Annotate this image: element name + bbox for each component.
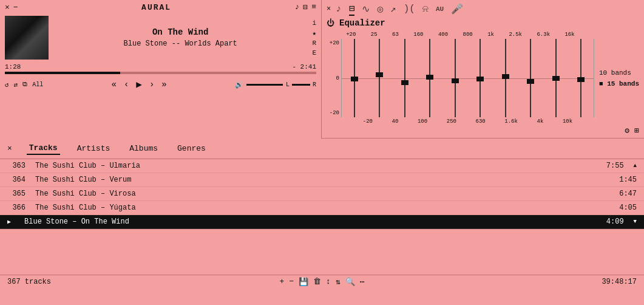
move-up-down-button[interactable]: ↕	[326, 277, 331, 287]
track-count: 367 tracks	[7, 278, 51, 286]
eq-title: Equalizer	[339, 18, 385, 28]
tab-filter[interactable]: ⍾	[422, 4, 429, 15]
bands-15-option[interactable]: ■ 15 bands	[599, 80, 639, 87]
balance-slider[interactable]	[292, 84, 310, 86]
r-icon[interactable]: R	[312, 39, 316, 47]
tab-wave[interactable]: ∿	[362, 3, 370, 15]
track-name: The Sushi Club – Ulmaria	[35, 162, 584, 170]
tab-mic[interactable]: 🎤	[451, 3, 463, 15]
volume-slider[interactable]	[246, 84, 283, 86]
eq-power-button[interactable]: ⏻	[327, 19, 334, 28]
track-name: Blue Stone – On The Wind	[24, 218, 584, 226]
next-next-button[interactable]: »	[160, 79, 168, 90]
eq-bottom-row: ⚙ ⊞	[327, 126, 639, 135]
shuffle-icon[interactable]: ⇄	[14, 81, 18, 89]
minimize-button[interactable]: −	[13, 3, 18, 12]
track-number: 366	[7, 204, 25, 212]
play-button[interactable]: ▶	[134, 78, 144, 91]
time-current: 1:28	[5, 63, 21, 70]
tab-artists[interactable]: Artists	[75, 143, 113, 154]
progress-bar[interactable]	[5, 72, 316, 74]
eq-tabs: ♪ ⊟ ∿ ◎ ↗ )( ⍾ AU 🎤	[336, 2, 463, 16]
eq-panel-close[interactable]: ×	[327, 5, 331, 13]
band-knob-8[interactable]	[527, 79, 534, 84]
repeat-once-icon[interactable]: ⧉	[22, 81, 27, 88]
track-duration: 1:45	[606, 176, 637, 184]
delete-button[interactable]: 🗑	[313, 277, 321, 287]
add-track-button[interactable]: +	[279, 277, 284, 287]
info-icon[interactable]: i	[312, 19, 316, 27]
tab-stereo[interactable]: )(	[404, 4, 415, 15]
band-knob-2[interactable]	[376, 72, 383, 77]
track-row[interactable]: 365 The Sushi Club – Virosa 6:47	[0, 187, 644, 201]
eq-titlebar: × ♪ ⊟ ∿ ◎ ↗ )( ⍾ AU 🎤	[327, 2, 639, 16]
tab-reverb[interactable]: ◎	[377, 3, 383, 15]
favorite-icon[interactable]: ★	[312, 29, 316, 37]
search-button[interactable]: 🔍	[345, 277, 355, 287]
eq-settings-icon[interactable]: ⚙	[625, 126, 629, 135]
tab-tracks[interactable]: Tracks	[27, 142, 60, 155]
eq-bottom-labels: -20 40 100 250 630 1.6k 4k 10k	[327, 117, 594, 125]
scroll-down-icon[interactable]: ▼	[634, 219, 637, 225]
e-icon[interactable]: E	[312, 49, 316, 57]
band-knob-1[interactable]	[351, 77, 358, 81]
save-button[interactable]: 💾	[299, 277, 308, 287]
track-row[interactable]: 363 The Sushi Club – Ulmaria 7:55 ▲	[0, 159, 644, 173]
eq-graph: +20 0 -20	[327, 39, 594, 117]
album-art	[5, 16, 49, 60]
prev-button[interactable]: ‹	[122, 79, 130, 90]
tab-albums[interactable]: Albums	[127, 143, 160, 154]
tab-eq[interactable]: ⊟	[349, 2, 355, 16]
track-title: On The Wind	[55, 27, 306, 37]
more-button[interactable]: ⋯	[360, 277, 365, 287]
app-title: AURAL	[18, 3, 295, 12]
equalizer-icon[interactable]: ⊟	[303, 2, 308, 12]
player-header-icons: ♪ ⊟ ≡	[295, 2, 316, 12]
tab-music[interactable]: ♪	[336, 4, 342, 15]
transport-controls: « ‹ ▶ › »	[109, 78, 168, 91]
sort-button[interactable]: ⇅	[336, 277, 341, 287]
library-panel: × Tracks Artists Albums Genres 363 The S…	[0, 139, 644, 289]
tab-genres[interactable]: Genres	[175, 143, 208, 154]
vol-l-label: L	[286, 81, 290, 88]
track-list: 363 The Sushi Club – Ulmaria 7:55 ▲ 364 …	[0, 159, 644, 275]
library-actions: + − 💾 🗑 ↕ ⇅ 🔍 ⋯	[279, 277, 364, 287]
track-side-icons: i ★ R E	[312, 16, 316, 60]
progress-section: 1:28 - 2:41	[5, 63, 316, 74]
volume-control: 🔊 L R	[235, 81, 316, 89]
eq-presets-icon[interactable]: ⊞	[634, 126, 639, 135]
track-duration: 6:47	[606, 190, 637, 198]
next-button[interactable]: ›	[147, 79, 156, 90]
volume-icon[interactable]: 🔊	[235, 81, 243, 89]
track-info: On The Wind Blue Stone -- Worlds Apart	[55, 16, 306, 60]
eq-header: ⏻ Equalizer	[327, 18, 639, 28]
tab-pitch[interactable]: ↗	[390, 3, 396, 15]
track-number: 365	[7, 190, 25, 198]
track-row[interactable]: 366 The Sushi Club – Yúgata 4:05	[0, 201, 644, 215]
tab-au[interactable]: AU	[436, 5, 444, 13]
eq-content: +20 25 63 160 400 800 1k 2.5k 6.3k 16k +…	[327, 32, 639, 125]
statusbar: 367 tracks + − 💾 🗑 ↕ ⇅ 🔍 ⋯ 39:48:17	[0, 275, 644, 289]
player-panel: × − AURAL ♪ ⊟ ≡ On The Wind Blue Stone -…	[0, 0, 322, 139]
repeat-icon[interactable]: ↺	[5, 81, 9, 89]
track-row-playing[interactable]: ▶ Blue Stone – On The Wind 4:09 ▼	[0, 215, 644, 229]
band-knob-5[interactable]	[452, 78, 459, 83]
progress-fill	[5, 72, 120, 74]
bands-10-option[interactable]: 10 bands	[599, 69, 639, 77]
track-row[interactable]: 364 The Sushi Club – Verum 1:45	[0, 173, 644, 187]
band-knob-3[interactable]	[401, 80, 408, 85]
total-duration: 39:48:17	[602, 278, 637, 286]
band-knob-6[interactable]	[476, 77, 484, 81]
library-close[interactable]: ×	[7, 144, 12, 153]
eq-zero-line	[342, 78, 594, 79]
menu-icon[interactable]: ≡	[311, 2, 316, 12]
remove-track-button[interactable]: −	[289, 277, 294, 287]
window-controls: × −	[5, 3, 18, 12]
eq-top-labels: +20 25 63 160 400 800 1k 2.5k 6.3k 16k	[327, 32, 594, 39]
scroll-up-icon[interactable]: ▲	[634, 163, 637, 169]
band-knob-4[interactable]	[426, 75, 433, 80]
track-duration: 7:55	[594, 162, 624, 170]
close-button[interactable]: ×	[5, 3, 10, 12]
track-number: 363	[7, 162, 25, 170]
prev-prev-button[interactable]: «	[109, 79, 118, 90]
